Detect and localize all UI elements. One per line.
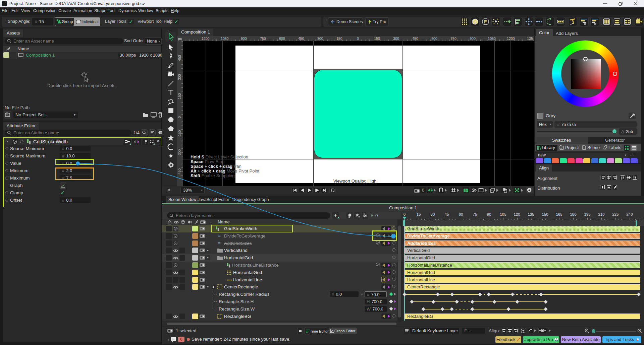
svg-text:F: F [484,19,487,24]
